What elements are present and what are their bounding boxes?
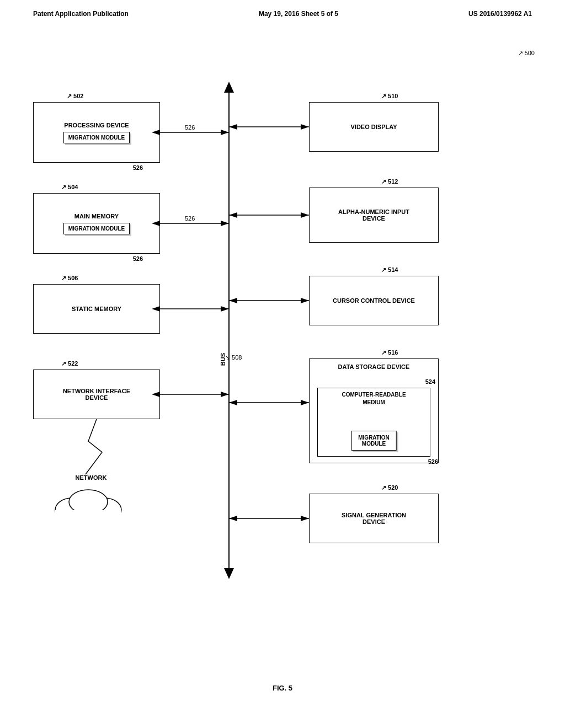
header-middle: May 19, 2016 Sheet 5 of 5: [259, 10, 338, 18]
ref-506: ↗ 506: [61, 275, 78, 282]
svg-marker-9: [221, 130, 229, 135]
diagram-area: ↗ 500 ↗ 502 PROCESSING DEVICE MIGRATION …: [0, 44, 565, 695]
ref-526-3: 526: [428, 458, 438, 465]
ref-504: ↗ 504: [61, 184, 78, 191]
svg-text:526: 526: [185, 215, 195, 222]
header-right: US 2016/0139962 A1: [468, 10, 532, 18]
signal-generation-label: SIGNAL GENERATION DEVICE: [342, 512, 406, 525]
svg-marker-31: [229, 400, 237, 405]
computer-readable-label2: MEDIUM: [363, 399, 385, 405]
svg-text:526: 526: [185, 124, 195, 131]
svg-point-39: [69, 490, 108, 514]
ref-510: ↗ 510: [381, 93, 398, 100]
ref-522: ↗ 522: [61, 360, 78, 367]
svg-marker-26: [301, 298, 309, 303]
ref-526-1: 526: [133, 164, 143, 171]
migration-module-3: MIGRATIONMODULE: [351, 431, 396, 451]
figure-caption: FIG. 5: [273, 684, 292, 692]
svg-marker-34: [229, 516, 237, 521]
computer-readable-medium-box: 524 COMPUTER-READABLE MEDIUM MIGRATIONMO…: [317, 388, 430, 457]
computer-readable-label: COMPUTER-READABLE: [342, 392, 406, 398]
svg-marker-19: [229, 212, 237, 218]
data-storage-box: ↗ 516 DATA STORAGE DEVICE 524 COMPUTER-R…: [309, 358, 439, 463]
ref-502: ↗ 502: [67, 93, 83, 100]
migration-module-1: MIGRATION MODULE: [63, 132, 130, 143]
ref-512: ↗ 512: [381, 178, 398, 185]
ref-526-2: 526: [133, 255, 143, 262]
page-header: Patent Application Publication May 19, 2…: [0, 0, 565, 18]
network-label: NETWORK: [63, 474, 119, 481]
svg-rect-40: [55, 510, 121, 527]
alpha-numeric-box: ↗ 512 ALPHA-NUMERIC INPUT DEVICE: [309, 188, 439, 243]
svg-marker-23: [221, 306, 229, 312]
ref-524: 524: [425, 378, 435, 385]
ref-516: ↗ 516: [381, 349, 398, 356]
svg-marker-13: [301, 124, 309, 130]
ref-514: ↗ 514: [381, 266, 398, 274]
svg-marker-16: [221, 221, 229, 226]
ref-520: ↗ 520: [381, 484, 398, 491]
svg-point-36: [55, 498, 88, 522]
main-memory-label: MAIN MEMORY: [74, 213, 119, 220]
svg-marker-35: [301, 516, 309, 521]
main-memory-box: ↗ 504 MAIN MEMORY MIGRATION MODULE 526: [33, 193, 160, 254]
alpha-numeric-label: ALPHA-NUMERIC INPUT DEVICE: [338, 208, 409, 222]
network-interface-label: NETWORK INTERFACE DEVICE: [63, 388, 130, 401]
svg-marker-32: [301, 400, 309, 405]
svg-marker-6: [224, 568, 234, 579]
cursor-control-label: CURSOR CONTROL DEVICE: [333, 297, 415, 304]
video-display-box: ↗ 510 VIDEO DISPLAY: [309, 102, 439, 152]
static-memory-box: ↗ 506 STATIC MEMORY: [33, 284, 160, 334]
processing-device-box: ↗ 502 PROCESSING DEVICE MIGRATION MODULE…: [33, 102, 160, 163]
video-display-label: VIDEO DISPLAY: [351, 124, 397, 130]
network-interface-box: ↗ 522 NETWORK INTERFACE DEVICE: [33, 370, 160, 419]
data-storage-label: DATA STORAGE DEVICE: [338, 363, 410, 370]
ref-508: ↘ 508: [225, 354, 242, 361]
signal-generation-box: ↗ 520 SIGNAL GENERATION DEVICE: [309, 494, 439, 543]
svg-marker-12: [229, 124, 237, 130]
processing-device-label: PROCESSING DEVICE: [64, 122, 129, 129]
svg-marker-25: [229, 298, 237, 303]
svg-point-38: [88, 498, 121, 522]
svg-marker-29: [221, 392, 229, 397]
svg-marker-5: [224, 82, 234, 93]
svg-point-37: [74, 503, 102, 523]
ref-500: ↗ 500: [518, 50, 535, 57]
migration-module-2: MIGRATION MODULE: [63, 223, 130, 234]
header-left: Patent Application Publication: [33, 10, 129, 18]
svg-marker-20: [301, 212, 309, 218]
static-memory-label: STATIC MEMORY: [72, 306, 121, 312]
cursor-control-box: ↗ 514 CURSOR CONTROL DEVICE: [309, 276, 439, 325]
